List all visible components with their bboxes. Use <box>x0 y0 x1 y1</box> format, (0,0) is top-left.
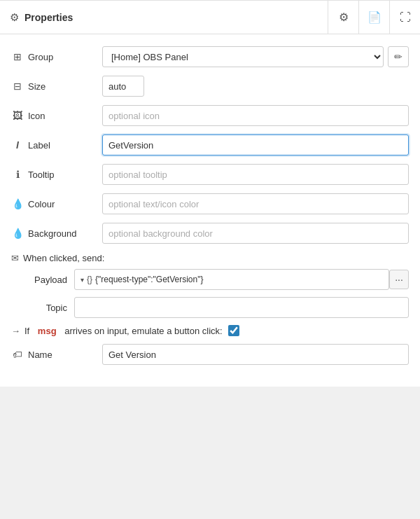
payload-more-button[interactable]: ··· <box>389 270 409 289</box>
payload-braces-icon: {} <box>87 275 92 284</box>
settings-button[interactable]: ⚙ <box>328 1 358 34</box>
label-row: I Label <box>11 134 409 156</box>
label-input[interactable] <box>102 134 409 155</box>
payload-row: Payload ▾ {} {"request-type":"GetVersion… <box>11 269 409 290</box>
topic-row: Topic <box>11 297 409 318</box>
colour-input[interactable] <box>102 193 409 214</box>
tooltip-input[interactable] <box>102 164 409 185</box>
more-icon: ··· <box>395 274 403 285</box>
colour-row: 💧 Colour <box>11 193 409 215</box>
expand-icon: ⛶ <box>400 11 411 24</box>
background-input[interactable] <box>102 223 409 244</box>
name-row: 🏷 Name <box>11 343 409 366</box>
group-select[interactable]: [Home] OBS Panel <box>102 46 384 67</box>
name-input[interactable] <box>102 344 409 365</box>
header-actions: ⚙ 📄 ⛶ <box>328 1 420 34</box>
tooltip-row: ℹ Tooltip <box>11 163 409 186</box>
properties-header: ⚙ Properties ⚙ 📄 ⛶ <box>0 1 420 34</box>
document-icon: 📄 <box>368 11 382 24</box>
background-icon: 💧 <box>11 228 24 239</box>
payload-label: Payload <box>25 275 74 285</box>
icon-label: 🖼 Icon <box>11 110 102 121</box>
emulate-checkbox[interactable] <box>228 325 239 336</box>
label-label: I Label <box>11 139 102 151</box>
size-icon: ⊟ <box>11 81 24 92</box>
tooltip-label: ℹ Tooltip <box>11 169 102 180</box>
group-label: ⊞ Group <box>11 51 102 62</box>
arrow-icon: → <box>11 326 20 336</box>
payload-dropdown-icon: ▾ <box>80 276 84 284</box>
icon-row: 🖼 Icon <box>11 104 409 127</box>
group-icon: ⊞ <box>11 51 24 62</box>
pencil-icon: ✏ <box>394 51 402 62</box>
colour-label: 💧 Colour <box>11 198 102 209</box>
header-title: Properties <box>24 12 73 23</box>
topic-input[interactable] <box>74 297 409 318</box>
topic-label: Topic <box>25 303 74 313</box>
tooltip-icon: ℹ <box>11 169 24 180</box>
background-row: 💧 Background <box>11 222 409 244</box>
envelope-icon: ✉ <box>11 253 19 263</box>
label-field-icon: I <box>11 139 24 151</box>
expand-button[interactable]: ⛶ <box>389 1 420 34</box>
payload-control: ▾ {} {"request-type":"GetVersion"} <box>74 269 389 290</box>
icon-field-icon: 🖼 <box>11 110 24 121</box>
size-input[interactable] <box>102 76 144 97</box>
emulate-row: → If msg arrives on input, emulate a but… <box>11 325 409 336</box>
name-label: 🏷 Name <box>11 349 102 360</box>
group-row: ⊞ Group [Home] OBS Panel ✏ <box>11 46 409 68</box>
name-icon: 🏷 <box>11 349 24 360</box>
when-clicked-section: ✉ When clicked, send: <box>11 253 409 263</box>
payload-value: {"request-type":"GetVersion"} <box>95 275 203 284</box>
group-select-wrapper: [Home] OBS Panel ✏ <box>102 46 409 67</box>
document-button[interactable]: 📄 <box>358 1 389 34</box>
gear-icon: ⚙ <box>339 11 349 24</box>
icon-input[interactable] <box>102 105 409 126</box>
properties-header-icon: ⚙ <box>10 11 19 24</box>
background-label: 💧 Background <box>11 228 102 239</box>
size-row: ⊟ Size <box>11 75 409 97</box>
header-title-area: ⚙ Properties <box>0 1 328 34</box>
emulate-text-before: If <box>24 326 29 336</box>
group-edit-button[interactable]: ✏ <box>388 46 409 67</box>
size-label: ⊟ Size <box>11 81 102 92</box>
colour-icon: 💧 <box>11 198 24 209</box>
emulate-msg-text: msg <box>38 326 57 336</box>
properties-content: ⊞ Group [Home] OBS Panel ✏ ⊟ Size 🖼 Icon <box>0 34 420 387</box>
emulate-text-after: arrives on input, emulate a button click… <box>64 326 222 336</box>
